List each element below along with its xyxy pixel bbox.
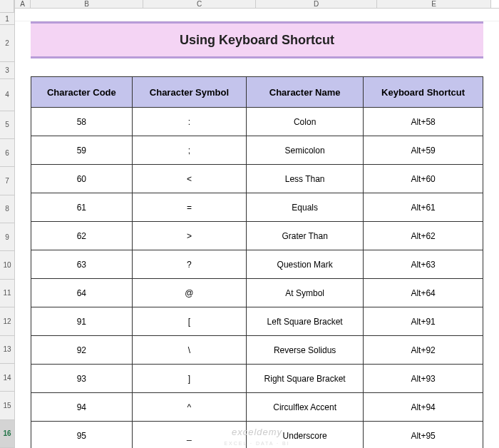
row-header-2[interactable]: 2: [0, 25, 14, 61]
cell-shortcut[interactable]: Alt+91: [364, 307, 483, 336]
cell-code[interactable]: 93: [31, 365, 133, 393]
cell-code[interactable]: 58: [31, 108, 133, 136]
row-header-8[interactable]: 8: [0, 195, 14, 223]
row-header-9[interactable]: 9: [0, 223, 14, 251]
cell-name[interactable]: Grater Than: [247, 222, 364, 250]
col-header-c[interactable]: C: [143, 0, 256, 8]
table-row: 63?Question MarkAlt+63: [31, 250, 483, 279]
col-header-b[interactable]: B: [31, 0, 143, 8]
cell-code[interactable]: 59: [31, 136, 133, 165]
table-row: 62>Grater ThanAlt+62: [31, 222, 483, 250]
row-header-4[interactable]: 4: [0, 79, 14, 111]
row-header-5[interactable]: 5: [0, 111, 14, 139]
cell-name[interactable]: Right Square Bracket: [247, 365, 364, 393]
watermark-sub: EXCEL · DATA · BI: [224, 441, 289, 446]
cell-code[interactable]: 91: [31, 307, 133, 336]
table-row: 91[Left Square BracketAlt+91: [31, 307, 483, 336]
cell-shortcut[interactable]: Alt+64: [364, 279, 483, 307]
cell-symbol[interactable]: =: [132, 193, 246, 222]
cell-shortcut[interactable]: Alt+95: [364, 422, 483, 449]
table-row: 60<Less ThanAlt+60: [31, 165, 483, 193]
cell-name[interactable]: Question Mark: [247, 250, 364, 279]
row-header-7[interactable]: 7: [0, 167, 14, 195]
header-code[interactable]: Character Code: [31, 77, 133, 108]
select-all-corner[interactable]: [0, 0, 14, 13]
main-area: A B C D E Using Keyboard Shortcut Charac…: [15, 0, 499, 448]
cell-shortcut[interactable]: Alt+59: [364, 136, 483, 165]
cell-name[interactable]: Circulflex Accent: [247, 393, 364, 422]
cell-shortcut[interactable]: Alt+92: [364, 336, 483, 365]
cell-name[interactable]: At Symbol: [247, 279, 364, 307]
header-shortcut[interactable]: Keyboard Shortcut: [364, 77, 483, 108]
cell-name[interactable]: Left Square Bracket: [247, 307, 364, 336]
header-symbol[interactable]: Character Symbol: [132, 77, 246, 108]
content-area: Using Keyboard Shortcut Character Code C…: [15, 9, 499, 448]
cell-symbol[interactable]: [: [132, 307, 246, 336]
column-headers: A B C D E: [15, 0, 499, 9]
cell-symbol[interactable]: :: [132, 108, 246, 136]
cell-code[interactable]: 63: [31, 250, 133, 279]
data-table: Character Code Character Symbol Characte…: [31, 76, 483, 448]
cell-symbol[interactable]: ]: [132, 365, 246, 393]
row-header-10[interactable]: 10: [0, 251, 14, 279]
table-row: 94^Circulflex AccentAlt+94: [31, 393, 483, 422]
cell-symbol[interactable]: >: [132, 222, 246, 250]
cell-shortcut[interactable]: Alt+61: [364, 193, 483, 222]
cell-name[interactable]: Less Than: [247, 165, 364, 193]
spreadsheet: 1 2 3 4 5 6 7 8 9 10 11 12 13 14 15 16 A…: [0, 0, 499, 448]
cell-symbol[interactable]: ;: [132, 136, 246, 165]
row-1-spacer[interactable]: [15, 9, 499, 21]
row-header-1[interactable]: 1: [0, 13, 14, 26]
watermark: exceldemy: [232, 427, 282, 437]
cell-code[interactable]: 64: [31, 279, 133, 307]
cell-shortcut[interactable]: Alt+93: [364, 365, 483, 393]
cell-name[interactable]: Semicolon: [247, 136, 364, 165]
table-header-row: Character Code Character Symbol Characte…: [31, 77, 483, 108]
cell-code[interactable]: 95: [31, 422, 133, 449]
table-row: 93]Right Square BracketAlt+93: [31, 365, 483, 393]
cell-name[interactable]: Equals: [247, 193, 364, 222]
cell-name[interactable]: Colon: [247, 108, 364, 136]
col-header-a[interactable]: A: [15, 0, 31, 8]
row-header-3[interactable]: 3: [0, 62, 14, 80]
cell-symbol[interactable]: ^: [132, 393, 246, 422]
row-header-13[interactable]: 13: [0, 336, 14, 364]
row-header-12[interactable]: 12: [0, 307, 14, 335]
table-row: 58:ColonAlt+58: [31, 108, 483, 136]
cell-name[interactable]: Reverse Solidus: [247, 336, 364, 365]
cell-code[interactable]: 60: [31, 165, 133, 193]
cell-code[interactable]: 92: [31, 336, 133, 365]
page-title[interactable]: Using Keyboard Shortcut: [31, 21, 483, 58]
col-header-e[interactable]: E: [377, 0, 491, 8]
cell-symbol[interactable]: \: [132, 336, 246, 365]
row-header-15[interactable]: 15: [0, 392, 14, 419]
col-header-d[interactable]: D: [256, 0, 377, 8]
cell-symbol[interactable]: ?: [132, 250, 246, 279]
row-header-11[interactable]: 11: [0, 280, 14, 307]
cell-shortcut[interactable]: Alt+60: [364, 165, 483, 193]
cell-code[interactable]: 62: [31, 222, 133, 250]
row-header-16[interactable]: 16: [0, 420, 14, 448]
table-row: 92\Reverse SolidusAlt+92: [31, 336, 483, 365]
cell-shortcut[interactable]: Alt+62: [364, 222, 483, 250]
table-row: 64@At SymbolAlt+64: [31, 279, 483, 307]
row-header-14[interactable]: 14: [0, 364, 14, 392]
cell-symbol[interactable]: <: [132, 165, 246, 193]
cell-symbol[interactable]: @: [132, 279, 246, 307]
table-row: 59;SemicolonAlt+59: [31, 136, 483, 165]
row-3-spacer[interactable]: [15, 58, 499, 76]
cell-code[interactable]: 94: [31, 393, 133, 422]
cell-shortcut[interactable]: Alt+58: [364, 108, 483, 136]
cell-shortcut[interactable]: Alt+63: [364, 250, 483, 279]
cell-shortcut[interactable]: Alt+94: [364, 393, 483, 422]
row-header-6[interactable]: 6: [0, 139, 14, 167]
header-name[interactable]: Character Name: [247, 77, 364, 108]
cell-code[interactable]: 61: [31, 193, 133, 222]
table-row: 61=EqualsAlt+61: [31, 193, 483, 222]
row-headers: 1 2 3 4 5 6 7 8 9 10 11 12 13 14 15 16: [0, 0, 15, 448]
